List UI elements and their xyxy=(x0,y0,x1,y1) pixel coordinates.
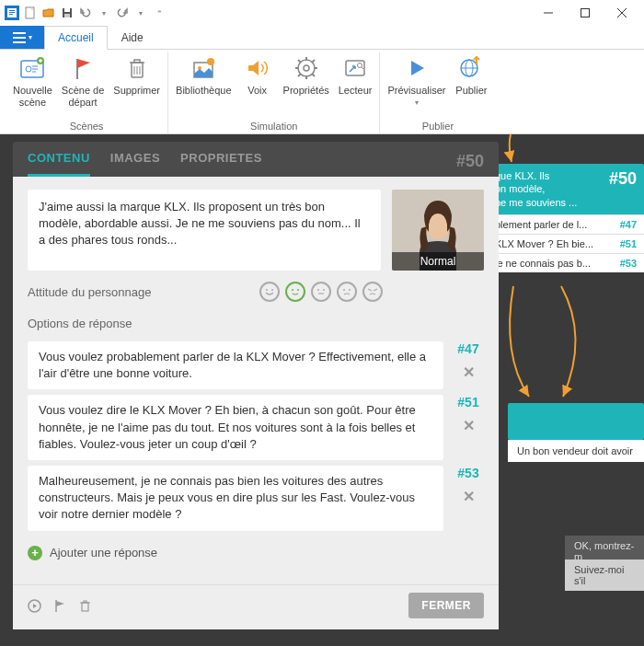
player-icon xyxy=(340,53,370,83)
response-id[interactable]: #51 xyxy=(457,395,478,410)
quick-access-toolbar: ▾ ▾ ⁼ xyxy=(4,5,167,21)
group-label: Simulation xyxy=(250,119,297,133)
svg-rect-10 xyxy=(581,9,590,17)
properties-button[interactable]: Propriétés xyxy=(280,52,333,119)
flow-row[interactable]: KLX Mover ? Eh bie...#51 xyxy=(488,234,644,253)
emotion-happy-icon[interactable] xyxy=(285,282,305,302)
svg-point-44 xyxy=(297,289,299,291)
svg-rect-13 xyxy=(13,32,26,34)
maximize-button[interactable] xyxy=(567,0,604,26)
qat-dropdown-icon[interactable]: ▾ xyxy=(96,5,112,21)
save-icon[interactable] xyxy=(59,5,75,21)
player-button[interactable]: Lecteur xyxy=(335,52,376,119)
minimize-button[interactable] xyxy=(530,0,567,26)
close-window-button[interactable] xyxy=(604,0,640,26)
tab-contenu[interactable]: CONTENU xyxy=(28,151,90,177)
svg-rect-3 xyxy=(9,12,15,13)
tab-proprietes[interactable]: PROPRIETES xyxy=(180,151,262,177)
qat-customize-icon[interactable]: ⁼ xyxy=(151,5,167,21)
svg-rect-7 xyxy=(64,8,70,12)
new-scene-button[interactable]: Nouvelle scène xyxy=(9,52,56,119)
tab-accueil[interactable]: Accueil xyxy=(44,26,108,50)
delete-response-icon[interactable]: ✕ xyxy=(463,419,475,433)
attitude-label: Attitude du personnage xyxy=(28,285,250,299)
node-text: ne me souviens ... xyxy=(495,196,577,209)
preview-button[interactable]: Prévisualiser ▾ xyxy=(384,52,449,119)
trash-icon[interactable] xyxy=(79,599,91,613)
play-icon xyxy=(402,53,431,83)
svg-point-45 xyxy=(317,289,319,291)
response-id[interactable]: #53 xyxy=(457,466,478,480)
new-icon[interactable] xyxy=(22,5,39,21)
ribbon-group-publish: Prévisualiser ▾ Publier Publier xyxy=(380,52,495,133)
flow-node-50[interactable]: que KLX. Ils on modèle, ne me souviens .… xyxy=(488,164,644,272)
response-text[interactable]: Vous voulez dire le KLX Mover ? Eh bien,… xyxy=(28,395,443,460)
response-id[interactable]: #47 xyxy=(457,341,478,356)
redo-icon[interactable] xyxy=(114,5,131,21)
undo-icon[interactable] xyxy=(77,5,94,21)
voice-button[interactable]: Voix xyxy=(237,52,278,119)
emotion-angry-icon[interactable] xyxy=(362,282,383,302)
scene-id: #50 xyxy=(456,152,484,177)
response-text[interactable]: Malheureusement, je ne connais pas bien … xyxy=(28,466,443,531)
response-text[interactable]: Vous voulez probablement parler de la KL… xyxy=(28,341,443,389)
svg-point-46 xyxy=(323,289,325,291)
emotion-sad-icon[interactable] xyxy=(337,282,357,302)
button-label: Supprimer xyxy=(113,85,160,97)
flow-row[interactable]: Suivez-moi s'il xyxy=(565,559,644,591)
emotion-neutral-icon[interactable] xyxy=(311,282,331,302)
publish-button[interactable]: Publier xyxy=(451,52,491,119)
svg-rect-4 xyxy=(9,14,13,15)
delete-response-icon[interactable]: ✕ xyxy=(463,490,475,504)
close-button[interactable]: FERMER xyxy=(408,593,484,618)
tab-images[interactable]: IMAGES xyxy=(110,151,160,177)
speech-text[interactable]: J'aime aussi la marque KLX. Ils proposen… xyxy=(28,190,381,271)
delete-response-icon[interactable]: ✕ xyxy=(463,365,475,380)
app-icon xyxy=(4,5,20,21)
ribbon-tabs: ▾ Accueil Aide xyxy=(0,26,644,50)
button-label: Publier xyxy=(455,85,487,97)
button-label: Bibliothèque xyxy=(176,85,232,97)
svg-line-32 xyxy=(298,74,301,76)
emotion-very-happy-icon[interactable] xyxy=(259,282,280,302)
panel-tabs: CONTENU IMAGES PROPRIETES #50 xyxy=(13,142,499,177)
button-label: Nouvelle scène xyxy=(13,85,52,109)
svg-rect-15 xyxy=(13,41,26,43)
svg-line-30 xyxy=(312,74,315,76)
library-button[interactable]: Bibliothèque xyxy=(172,52,236,119)
flag-icon[interactable] xyxy=(54,599,66,613)
svg-line-31 xyxy=(312,60,315,63)
play-icon[interactable] xyxy=(28,599,41,613)
responses-list: Vous voulez probablement parler de la KL… xyxy=(28,341,484,531)
start-scene-button[interactable]: Scène de départ xyxy=(58,52,108,119)
ribbon-group-scenes: Nouvelle scène Scène de départ Supprimer… xyxy=(6,52,168,133)
file-menu[interactable]: ▾ xyxy=(0,26,44,49)
qat-dropdown-icon[interactable]: ▾ xyxy=(132,5,149,21)
add-response-button[interactable]: + Ajouter une réponse xyxy=(28,542,484,560)
flow-node-small[interactable] xyxy=(508,403,644,440)
flow-caption: Un bon vendeur doit avoir xyxy=(508,440,644,462)
flow-row[interactable]: je ne connais pas b...#53 xyxy=(488,253,644,272)
button-label: Voix xyxy=(247,85,267,97)
svg-point-24 xyxy=(304,65,309,71)
tab-aide[interactable]: Aide xyxy=(108,26,157,49)
delete-scene-button[interactable]: Supprimer xyxy=(109,52,164,119)
svg-rect-52 xyxy=(82,603,88,611)
titlebar: ▾ ▾ ⁼ xyxy=(0,0,644,26)
flag-icon xyxy=(68,53,98,83)
node-text: que KLX. Ils xyxy=(495,169,577,182)
avatar-box[interactable]: Normal xyxy=(392,190,484,271)
svg-point-43 xyxy=(292,289,293,291)
library-icon xyxy=(189,53,218,83)
response-item: Malheureusement, je ne connais pas bien … xyxy=(28,466,484,531)
button-label: Lecteur xyxy=(339,85,373,97)
scene-editor-panel: CONTENU IMAGES PROPRIETES #50 J'aime aus… xyxy=(13,142,499,629)
node-text: on modèle, xyxy=(495,182,577,195)
button-label: Propriétés xyxy=(283,85,329,97)
response-item: Vous voulez dire le KLX Mover ? Eh bien,… xyxy=(28,395,484,460)
svg-point-17 xyxy=(26,66,31,72)
open-icon[interactable] xyxy=(40,5,57,21)
speaker-icon xyxy=(243,53,272,83)
globe-upload-icon xyxy=(456,53,486,83)
flow-row[interactable]: blement parler de l...#47 xyxy=(488,214,644,234)
